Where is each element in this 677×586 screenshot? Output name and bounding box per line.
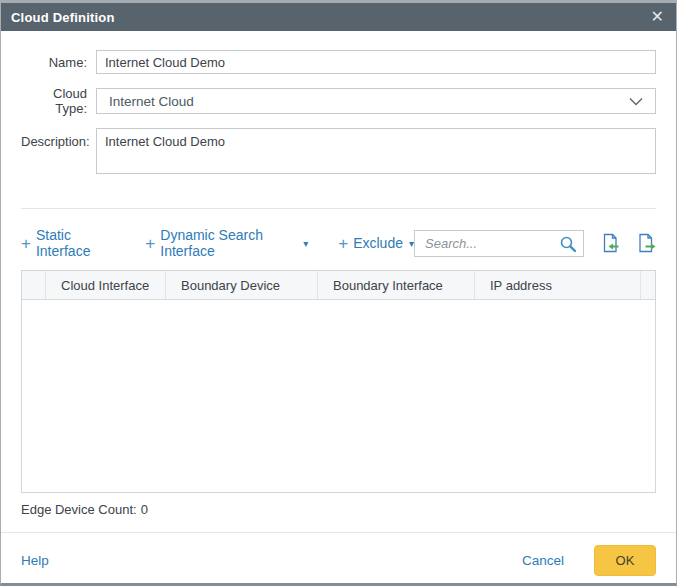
cloud-type-label: Cloud Type: — [21, 86, 87, 116]
interface-toolbar: + Static Interface + Dynamic Search Inte… — [21, 229, 656, 257]
table-header-cloud-interface[interactable]: Cloud Interface — [45, 271, 165, 299]
dialog-footer: Help Cancel OK — [1, 533, 676, 576]
plus-icon: + — [21, 235, 31, 252]
dialog-title: Cloud Definition — [11, 10, 115, 25]
edge-device-count-label: Edge Device Count: — [21, 502, 137, 517]
caret-down-icon: ▾ — [303, 238, 308, 249]
table-body-empty — [22, 300, 655, 492]
edge-device-count-value: 0 — [141, 502, 148, 517]
plus-icon: + — [338, 235, 348, 252]
dialog-titlebar: Cloud Definition ✕ — [1, 3, 676, 31]
description-label: Description: — [21, 128, 87, 174]
export-file-icon[interactable] — [636, 233, 656, 253]
search-box — [414, 230, 584, 257]
cancel-button[interactable]: Cancel — [522, 553, 564, 568]
edge-device-count: Edge Device Count:0 — [21, 502, 656, 517]
description-row: Description: Internet Cloud Demo — [21, 128, 656, 174]
name-label: Name: — [21, 55, 87, 70]
static-interface-label: Static Interface — [36, 227, 115, 259]
cloud-type-select[interactable]: Internet Cloud — [96, 88, 656, 114]
form-divider — [21, 208, 656, 209]
ok-button[interactable]: OK — [594, 545, 656, 576]
cloud-definition-dialog: Cloud Definition ✕ Name: Cloud Type: Int… — [0, 0, 677, 586]
help-link[interactable]: Help — [21, 553, 49, 568]
dynamic-search-interface-label: Dynamic Search Interface — [160, 227, 297, 259]
table-header-boundary-interface[interactable]: Boundary Interface — [317, 271, 474, 299]
table-header-select — [22, 271, 45, 299]
close-icon[interactable]: ✕ — [651, 9, 664, 25]
table-header-trailing — [640, 271, 655, 299]
add-static-interface-button[interactable]: + Static Interface — [21, 227, 115, 259]
search-icon[interactable] — [559, 235, 577, 257]
table-header-boundary-device[interactable]: Boundary Device — [165, 271, 317, 299]
cloud-type-row: Cloud Type: Internet Cloud — [21, 86, 656, 116]
import-file-icon[interactable] — [600, 233, 620, 253]
name-row: Name: — [21, 50, 656, 74]
cloud-type-value: Internet Cloud — [109, 94, 194, 109]
add-dynamic-search-interface-button[interactable]: + Dynamic Search Interface ▾ — [145, 227, 308, 259]
table-header-ip-address[interactable]: IP address — [474, 271, 640, 299]
add-exclude-button[interactable]: + Exclude ▾ — [338, 235, 414, 252]
name-input[interactable] — [96, 50, 656, 74]
plus-icon: + — [145, 235, 155, 252]
exclude-label: Exclude — [353, 235, 403, 251]
interfaces-table: Cloud Interface Boundary Device Boundary… — [21, 270, 656, 493]
form-area: Name: Cloud Type: Internet Cloud Descrip… — [1, 31, 676, 186]
table-header-row: Cloud Interface Boundary Device Boundary… — [22, 271, 655, 300]
chevron-down-icon — [629, 97, 643, 106]
description-textarea[interactable]: Internet Cloud Demo — [96, 128, 656, 174]
